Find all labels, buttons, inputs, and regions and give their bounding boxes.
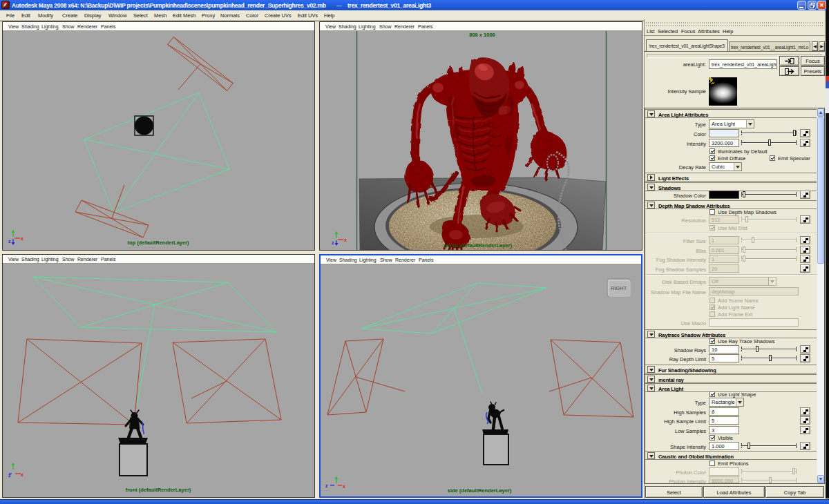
svg-text:x: x <box>21 472 23 477</box>
svg-text:x: x <box>343 484 345 489</box>
svg-text:z: z <box>8 473 11 478</box>
svg-text:z: z <box>325 483 328 488</box>
svg-text:z: z <box>332 240 334 245</box>
svg-text:x: x <box>344 238 347 242</box>
svg-text:persp (defaultRenderLayer): persp (defaultRenderLayer) <box>444 242 512 249</box>
svg-text:RIGHT: RIGHT <box>611 285 627 291</box>
svg-text:z: z <box>8 239 11 244</box>
svg-text:x: x <box>21 236 23 241</box>
